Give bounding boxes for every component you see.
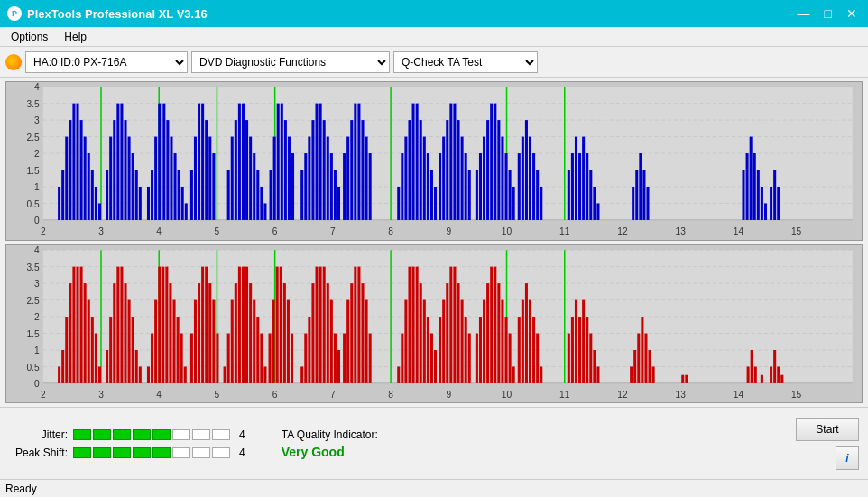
svg-rect-329: [509, 333, 512, 382]
svg-rect-351: [644, 333, 647, 382]
svg-rect-64: [151, 170, 153, 220]
svg-rect-276: [276, 266, 279, 382]
svg-rect-53: [106, 170, 108, 220]
svg-rect-113: [354, 104, 356, 220]
top-chart: 4 3.5 3 2.5 2 1.5 1 0.5 0 2 3 4 5 6 7 8 …: [5, 81, 863, 241]
svg-rect-231: [95, 333, 97, 382]
svg-rect-85: [242, 104, 245, 220]
svg-rect-283: [308, 317, 310, 383]
svg-rect-270: [253, 299, 255, 382]
svg-rect-308: [427, 317, 429, 383]
svg-text:6: 6: [272, 390, 278, 400]
svg-rect-280: [291, 333, 293, 382]
close-button[interactable]: ✕: [843, 7, 861, 20]
svg-rect-309: [430, 333, 433, 382]
svg-text:13: 13: [676, 226, 687, 236]
svg-rect-61: [135, 170, 138, 220]
svg-rect-313: [446, 283, 448, 383]
jitter-bar-4: [133, 429, 151, 440]
svg-rect-277: [280, 266, 282, 382]
svg-rect-268: [245, 266, 248, 382]
svg-rect-312: [442, 299, 445, 382]
svg-rect-92: [270, 170, 272, 220]
svg-rect-259: [208, 283, 211, 383]
svg-rect-350: [641, 317, 643, 383]
svg-rect-118: [397, 187, 400, 220]
peak-bar-5: [152, 447, 171, 458]
svg-rect-249: [169, 283, 171, 383]
svg-rect-141: [486, 120, 489, 220]
svg-rect-163: [593, 187, 596, 220]
svg-text:3: 3: [98, 226, 104, 236]
info-button[interactable]: i: [836, 446, 859, 470]
svg-rect-123: [416, 104, 419, 220]
svg-rect-299: [369, 333, 372, 382]
function-dropdown[interactable]: DVD Diagnostic Functions: [191, 51, 390, 73]
svg-rect-298: [365, 299, 368, 382]
svg-rect-59: [128, 137, 131, 220]
svg-rect-271: [256, 317, 259, 383]
svg-rect-258: [205, 266, 208, 382]
svg-rect-55: [113, 120, 115, 220]
test-dropdown[interactable]: Q-Check TA Test: [393, 51, 538, 73]
svg-rect-352: [649, 349, 651, 382]
svg-rect-310: [434, 349, 437, 382]
drive-icon: [5, 54, 22, 70]
svg-rect-172: [750, 137, 753, 220]
app-icon: P: [7, 6, 22, 21]
svg-rect-358: [754, 366, 757, 382]
svg-rect-256: [198, 283, 200, 383]
svg-text:7: 7: [330, 390, 336, 400]
svg-text:2: 2: [34, 312, 40, 322]
svg-rect-323: [486, 283, 489, 383]
svg-rect-43: [65, 137, 68, 220]
svg-text:2: 2: [41, 226, 46, 236]
svg-rect-225: [72, 266, 75, 382]
drive-dropdown[interactable]: HA:0 ID:0 PX-716A: [25, 51, 188, 73]
svg-text:0: 0: [34, 216, 40, 225]
svg-rect-177: [770, 187, 772, 220]
svg-rect-302: [404, 299, 407, 382]
svg-rect-318: [465, 317, 467, 383]
start-button[interactable]: Start: [796, 418, 859, 441]
svg-rect-274: [269, 333, 272, 382]
svg-text:13: 13: [676, 390, 687, 400]
svg-rect-94: [277, 104, 280, 220]
svg-text:11: 11: [559, 390, 570, 400]
svg-rect-58: [124, 120, 126, 220]
minimize-button[interactable]: —: [794, 7, 814, 20]
svg-text:1.5: 1.5: [27, 166, 40, 176]
svg-rect-347: [630, 366, 633, 382]
svg-rect-321: [479, 317, 482, 383]
svg-text:4: 4: [156, 390, 162, 400]
svg-text:2: 2: [34, 149, 40, 159]
svg-rect-108: [334, 170, 337, 220]
svg-rect-247: [162, 266, 164, 382]
maximize-button[interactable]: □: [821, 7, 836, 20]
svg-text:12: 12: [617, 226, 628, 236]
svg-rect-248: [165, 266, 168, 382]
svg-rect-48: [84, 137, 87, 220]
svg-rect-114: [357, 104, 360, 220]
svg-rect-124: [420, 120, 422, 220]
svg-text:5: 5: [215, 390, 220, 400]
svg-rect-236: [116, 266, 119, 382]
svg-text:9: 9: [446, 390, 451, 400]
svg-rect-223: [65, 317, 68, 383]
svg-rect-87: [249, 137, 252, 220]
svg-rect-289: [330, 299, 333, 382]
svg-rect-116: [365, 137, 368, 220]
menu-options[interactable]: Options: [4, 29, 55, 45]
svg-rect-50: [91, 170, 94, 220]
svg-rect-251: [177, 317, 180, 383]
svg-rect-127: [430, 170, 433, 220]
svg-rect-78: [205, 120, 208, 220]
svg-rect-245: [154, 299, 157, 382]
peak-bar-8: [212, 447, 230, 458]
svg-rect-136: [465, 153, 467, 220]
menu-help[interactable]: Help: [57, 29, 94, 45]
svg-rect-353: [652, 366, 655, 382]
svg-rect-175: [761, 187, 763, 220]
svg-rect-91: [263, 203, 266, 219]
svg-rect-292: [343, 333, 346, 382]
